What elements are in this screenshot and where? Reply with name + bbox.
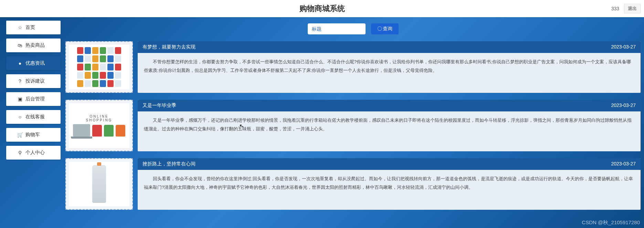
article-thumb (65, 158, 133, 210)
nav-hot-icon: 🛍 (17, 43, 23, 48)
nav-cart-icon: 🛒 (17, 132, 23, 138)
nav-service-icon: ○ (17, 114, 23, 120)
search-button[interactable]: 〇查询 (371, 23, 399, 34)
article-date: 2023-03-27 (611, 44, 636, 50)
article-row: 挫折路上，坚持常在心间2023-03-27回头看看，你会不会发现，曾经的你在这里… (65, 158, 641, 210)
article-title: 有梦想，就要努力去实现 (142, 44, 196, 50)
logout-button[interactable]: 退出 (624, 4, 641, 13)
nav-admin-icon: ▣ (17, 96, 23, 102)
nav-label: 购物车 (25, 132, 40, 138)
article-card[interactable]: 又是一年毕业季2023-03-27又是一年毕业季，感慨万千，还记的自己刚进学校那… (138, 100, 641, 151)
article-row: 有梦想，就要努力去实现2023-03-27不管你想要怎样的生活，你都要去努力争取… (65, 41, 641, 93)
article-body: 又是一年毕业季，感慨万千，还记的自己刚进学校那时候的情景，我拖着沉重的行李箱站在… (138, 111, 641, 151)
nav-profile-icon: ⚲ (17, 150, 23, 155)
topbar: 购物商城系统 333 退出 (0, 0, 644, 17)
user-label: 333 (609, 6, 622, 11)
nav-feedback-icon: ? (17, 78, 23, 84)
search-icon: 〇 (377, 26, 382, 32)
article-thumb: ONLINE SHOPPING (65, 100, 133, 151)
article-list: 有梦想，就要努力去实现2023-03-27不管你想要怎样的生活，你都要去努力争取… (65, 41, 641, 210)
article-header: 有梦想，就要努力去实现2023-03-27 (138, 41, 641, 53)
article-header: 挫折路上，坚持常在心间2023-03-27 (138, 158, 641, 170)
nav-label: 后台管理 (25, 96, 45, 102)
nav-home-icon: ☆ (17, 25, 23, 30)
nav-label: 个人中心 (25, 150, 45, 156)
sidebar: ☆首页🛍热卖商品●优惠资讯?投诉建议▣后台管理○在线客服🛒购物车⚲个人中心 (6, 21, 61, 164)
nav-hot[interactable]: 🛍热卖商品 (6, 39, 61, 52)
article-body: 不管你想要怎样的生活，你都要去努力争取，不多尝试一些事情怎么知道自己适合什么、不… (138, 53, 641, 93)
article-title: 又是一年毕业季 (142, 102, 176, 109)
nav-label: 热卖商品 (25, 42, 45, 48)
article-header: 又是一年毕业季2023-03-27 (138, 100, 641, 111)
nav-admin[interactable]: ▣后台管理 (6, 92, 61, 106)
nav-feedback[interactable]: ?投诉建议 (6, 74, 61, 88)
nav-label: 投诉建议 (25, 78, 45, 84)
nav-label: 在线客服 (25, 114, 45, 120)
article-card[interactable]: 有梦想，就要努力去实现2023-03-27不管你想要怎样的生活，你都要去努力争取… (138, 41, 641, 93)
nav-service[interactable]: ○在线客服 (6, 110, 61, 124)
nav-label: 首页 (25, 24, 35, 31)
topbar-right: 333 退出 (609, 4, 641, 13)
nav-cart[interactable]: 🛒购物车 (6, 128, 61, 142)
search-bar: 〇查询 (65, 20, 641, 41)
article-title: 挫折路上，坚持常在心间 (142, 161, 196, 167)
nav-home[interactable]: ☆首页 (6, 21, 61, 34)
nav-news[interactable]: ●优惠资讯 (6, 56, 61, 70)
article-card[interactable]: 挫折路上，坚持常在心间2023-03-27回头看看，你会不会发现，曾经的你在这里… (138, 158, 641, 210)
search-input[interactable] (308, 23, 366, 34)
article-date: 2023-03-27 (611, 102, 636, 109)
article-date: 2023-03-27 (611, 161, 636, 167)
content: 〇查询 有梦想，就要努力去实现2023-03-27不管你想要怎样的生活，你都要去… (65, 17, 644, 228)
nav-profile[interactable]: ⚲个人中心 (6, 146, 61, 160)
nav-label: 优惠资讯 (25, 60, 45, 66)
article-thumb (65, 41, 133, 93)
page-title: 购物商城系统 (299, 3, 345, 14)
article-row: ONLINE SHOPPING又是一年毕业季2023-03-27又是一年毕业季，… (65, 100, 641, 151)
nav-news-icon: ● (17, 61, 23, 66)
article-body: 回头看看，你会不会发现，曾经的你在这里摔倒过;回头看看，你是否发现，一次次地重复… (138, 170, 641, 210)
